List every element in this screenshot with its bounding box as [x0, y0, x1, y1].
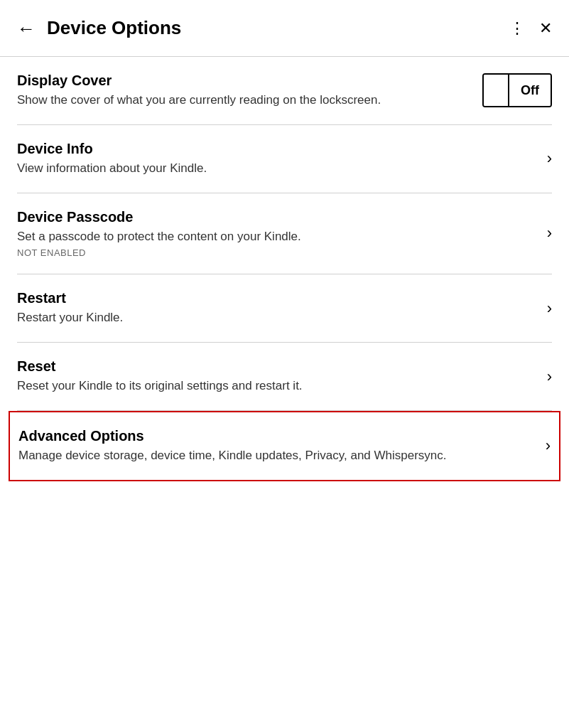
header-actions: ⋮ ✕	[509, 21, 552, 36]
device-info-title: Device Info	[17, 141, 536, 157]
device-passcode-title: Device Passcode	[17, 209, 536, 225]
menu-item-display-cover-content: Display Cover Show the cover of what you…	[17, 73, 471, 109]
reset-title: Reset	[17, 358, 536, 375]
advanced-options-chevron: ›	[546, 437, 551, 455]
restart-chevron: ›	[547, 299, 552, 318]
advanced-options-title: Advanced Options	[18, 428, 534, 444]
menu-item-advanced-options-content: Advanced Options Manage device storage, …	[18, 428, 534, 464]
page-title: Device Options	[47, 17, 509, 39]
close-icon[interactable]: ✕	[539, 21, 552, 36]
toggle-knob	[484, 75, 509, 106]
device-passcode-desc: Set a passcode to protect the content on…	[17, 228, 536, 245]
content-area: Display Cover Show the cover of what you…	[0, 57, 569, 728]
header: ← Device Options ⋮ ✕	[0, 0, 569, 57]
menu-item-device-passcode[interactable]: Device Passcode Set a passcode to protec…	[17, 193, 552, 275]
menu-item-device-info[interactable]: Device Info View information about your …	[17, 125, 552, 193]
restart-desc: Restart your Kindle.	[17, 309, 536, 326]
display-cover-desc: Show the cover of what you are currently…	[17, 92, 471, 109]
device-passcode-chevron: ›	[547, 224, 552, 242]
menu-item-device-info-content: Device Info View information about your …	[17, 141, 536, 177]
menu-item-restart-content: Restart Restart your Kindle.	[17, 290, 536, 326]
reset-desc: Reset your Kindle to its original settin…	[17, 378, 536, 395]
advanced-options-desc: Manage device storage, device time, Kind…	[18, 447, 534, 464]
display-cover-title: Display Cover	[17, 73, 471, 89]
display-cover-toggle[interactable]: Off	[482, 73, 552, 107]
menu-item-device-passcode-content: Device Passcode Set a passcode to protec…	[17, 209, 536, 259]
reset-chevron: ›	[547, 368, 552, 386]
menu-item-reset-content: Reset Reset your Kindle to its original …	[17, 358, 536, 395]
toggle-label: Off	[509, 75, 551, 106]
device-info-chevron: ›	[547, 149, 552, 168]
device-info-desc: View information about your Kindle.	[17, 160, 536, 177]
device-passcode-status: NOT ENABLED	[17, 247, 536, 258]
screen: ← Device Options ⋮ ✕ Display Cover Show …	[0, 0, 569, 728]
menu-item-advanced-options[interactable]: Advanced Options Manage device storage, …	[9, 411, 560, 481]
menu-item-reset[interactable]: Reset Reset your Kindle to its original …	[17, 343, 552, 411]
more-options-icon[interactable]: ⋮	[509, 21, 525, 36]
restart-title: Restart	[17, 290, 536, 306]
menu-item-display-cover[interactable]: Display Cover Show the cover of what you…	[17, 57, 552, 125]
menu-item-restart[interactable]: Restart Restart your Kindle. ›	[17, 274, 552, 343]
back-button[interactable]: ←	[17, 19, 36, 38]
